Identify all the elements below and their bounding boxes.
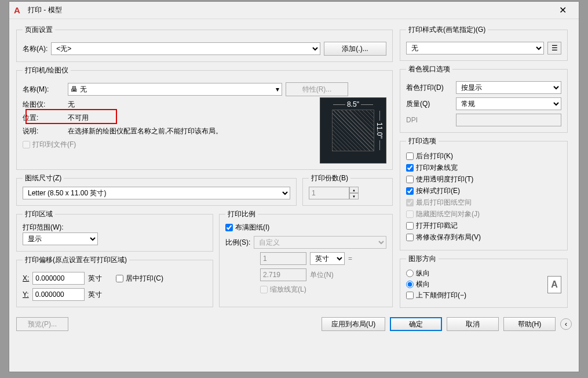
- scale-label: 比例(S):: [225, 238, 250, 248]
- location-value: 不可用: [68, 113, 89, 123]
- plot-options-group: 打印选项 后台打印(K) 打印对象线宽 使用透明度打印(T) 按样式打印(E) …: [400, 136, 568, 250]
- printer-legend: 打印机/绘图仪: [23, 66, 71, 75]
- offset-group: 打印偏移(原点设置在可打印区域) X: 英寸 居中打印(C): [16, 255, 213, 307]
- offset-x-label: X:: [23, 274, 29, 282]
- plot-style-select[interactable]: 无: [406, 42, 544, 54]
- offset-x-input[interactable]: [32, 272, 85, 285]
- printer-group: 打印机/绘图仪 名称(M): 🖶 无 ▾ 特性(R)... 绘图仪: 无 位置:: [16, 66, 393, 170]
- scale-lineweights-checkbox: 缩放线宽(L): [260, 285, 306, 295]
- titlebar: A 打印 - 模型 ✕: [9, 2, 579, 19]
- paper-size-select[interactable]: Letter (8.50 x 11.00 英寸): [23, 187, 290, 199]
- scale-unit1-select[interactable]: 英寸: [310, 252, 345, 265]
- opt-paperspace-last-checkbox: 最后打印图纸空间: [406, 198, 561, 208]
- plot-area-group: 打印区域 打印范围(W): 显示: [16, 209, 213, 252]
- scale-select: 自定义: [254, 236, 386, 249]
- app-icon: A: [14, 5, 24, 16]
- offset-x-unit: 英寸: [88, 274, 102, 284]
- copies-group: 打印份数(B) ▲▼: [302, 173, 393, 206]
- printer-name-label: 名称(M):: [23, 85, 64, 94]
- paper-width-label: 8.5'': [345, 100, 361, 108]
- paper-height-label: 11.0'': [375, 121, 384, 140]
- orient-upside-checkbox[interactable]: 上下颠倒打印(−): [406, 290, 542, 300]
- cancel-button[interactable]: 取消: [447, 317, 499, 331]
- dpi-label: DPI: [406, 116, 452, 124]
- opt-save-layout-checkbox[interactable]: 将修改保存到布局(V): [406, 232, 561, 242]
- quality-label: 质量(Q): [406, 99, 452, 109]
- paper-size-legend: 图纸尺寸(Z): [23, 173, 64, 183]
- page-setup-legend: 页面设置: [23, 25, 55, 35]
- preview-button: 预览(P)...: [16, 317, 68, 331]
- plot-to-file-checkbox: 打印到文件(F): [23, 140, 76, 150]
- opt-plotstyles-checkbox[interactable]: 按样式打印(E): [406, 186, 561, 196]
- printer-name-value: 无: [80, 85, 273, 94]
- dialog-title: 打印 - 模型: [28, 5, 551, 15]
- plotter-label: 绘图仪:: [23, 100, 64, 110]
- add-pagesetup-button[interactable]: 添加(.)...: [324, 42, 386, 56]
- paper-preview: 8.5'' 11.0'': [320, 97, 386, 163]
- plot-options-legend: 打印选项: [406, 136, 439, 146]
- opt-hide-paperspace-checkbox: 隐藏图纸空间对象(J): [406, 209, 561, 219]
- offset-legend: 打印偏移(原点设置在可打印区域): [23, 255, 129, 265]
- spin-down-icon[interactable]: ▼: [349, 193, 359, 199]
- shade-plot-label: 着色打印(D): [406, 83, 452, 93]
- scale-num-input: [260, 252, 306, 265]
- opt-stamp-checkbox[interactable]: 打开打印戳记: [406, 221, 561, 231]
- plot-style-group: 打印样式表(画笔指定)(G) 无 ☰: [400, 25, 568, 61]
- opt-lineweights-checkbox[interactable]: 打印对象线宽: [406, 163, 561, 173]
- scale-den-input: [260, 268, 306, 281]
- what-to-plot-label: 打印范围(W):: [23, 223, 207, 232]
- what-to-plot-select[interactable]: 显示: [23, 232, 98, 245]
- printer-properties-button: 特性(R)...: [286, 82, 348, 96]
- close-icon[interactable]: ✕: [551, 5, 574, 16]
- offset-y-input[interactable]: [32, 288, 85, 301]
- orient-portrait-radio[interactable]: 纵向: [406, 268, 542, 278]
- apply-to-layout-button[interactable]: 应用到布局(U): [322, 317, 385, 331]
- desc-value: 在选择新的绘图仪配置名称之前,不能打印该布局。: [68, 126, 222, 136]
- opt-background-checkbox[interactable]: 后台打印(K): [406, 151, 561, 161]
- quality-select[interactable]: 常规: [456, 97, 561, 110]
- location-label: 位置:: [23, 113, 64, 123]
- opt-transparency-checkbox[interactable]: 使用透明度打印(T): [406, 175, 561, 184]
- list-icon: ☰: [552, 44, 558, 52]
- shaded-viewport-group: 着色视口选项 着色打印(D) 按显示 质量(Q) 常规 DPI: [400, 64, 568, 133]
- equals-label: =: [348, 255, 352, 263]
- chevron-down-icon: ▾: [276, 85, 279, 93]
- orient-landscape-radio[interactable]: 横向: [406, 279, 542, 289]
- help-button[interactable]: 帮助(H): [503, 317, 556, 331]
- center-plot-checkbox[interactable]: 居中打印(C): [116, 274, 163, 284]
- copies-spinner[interactable]: ▲▼: [309, 187, 386, 199]
- paper-size-group: 图纸尺寸(Z) Letter (8.50 x 11.00 英寸): [16, 173, 297, 206]
- shade-plot-select[interactable]: 按显示: [456, 81, 561, 94]
- desc-label: 说明:: [23, 126, 64, 136]
- dpi-input: [456, 114, 561, 126]
- page-setup-name-label: 名称(A):: [23, 44, 48, 54]
- ok-button[interactable]: 确定: [390, 317, 442, 331]
- spin-up-icon[interactable]: ▲: [349, 187, 359, 193]
- shaded-legend: 着色视口选项: [406, 64, 452, 74]
- expand-icon[interactable]: ‹: [560, 318, 572, 330]
- scale-unit2-label: 单位(N): [310, 270, 345, 280]
- printer-name-combo[interactable]: 🖶 无 ▾: [68, 83, 282, 96]
- plot-area-legend: 打印区域: [23, 209, 55, 219]
- scale-legend: 打印比例: [225, 209, 258, 219]
- page-setup-group: 页面设置 名称(A): <无> 添加(.)...: [16, 25, 393, 62]
- plotter-value: 无: [68, 100, 75, 110]
- fit-to-paper-checkbox[interactable]: 布满图纸(I): [225, 223, 386, 232]
- printer-icon: 🖶: [71, 85, 78, 93]
- scale-group: 打印比例 布满图纸(I) 比例(S): 自定义 英寸 =: [219, 209, 393, 307]
- offset-y-unit: 英寸: [88, 290, 102, 300]
- plot-style-legend: 打印样式表(画笔指定)(G): [406, 25, 488, 35]
- plot-style-edit-button[interactable]: ☰: [547, 42, 561, 54]
- copies-legend: 打印份数(B): [309, 173, 350, 183]
- orientation-icon: A: [547, 276, 561, 293]
- orientation-group: 图形方向 纵向 横向 上下颠倒打印(−) A: [400, 254, 568, 308]
- page-setup-name-select[interactable]: <无>: [51, 42, 320, 55]
- orientation-legend: 图形方向: [406, 254, 439, 264]
- offset-y-label: Y:: [23, 290, 29, 299]
